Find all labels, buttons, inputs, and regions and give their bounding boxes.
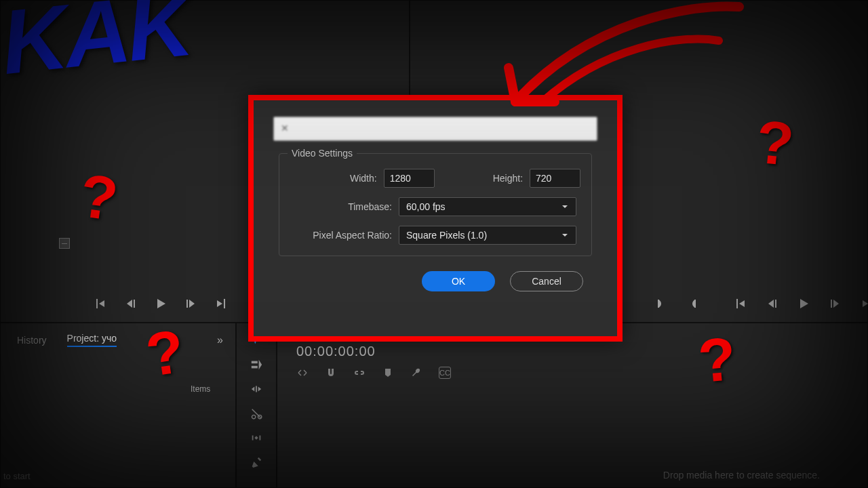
pen-tool-icon[interactable] xyxy=(249,455,264,470)
video-settings-fieldset: Video Settings Width: 1280 Height: 720 T… xyxy=(279,153,592,256)
ok-button[interactable]: OK xyxy=(422,271,495,291)
timebase-select[interactable]: 60,00 fps xyxy=(399,197,576,216)
tab-history[interactable]: History xyxy=(17,335,47,346)
chevron-down-icon xyxy=(561,203,569,211)
video-settings-dialog: ✕ Video Settings Width: 1280 Height: 720… xyxy=(248,95,623,342)
mark-in-icon[interactable] xyxy=(94,296,108,311)
step-fwd-icon[interactable] xyxy=(828,296,842,311)
import-hint: to start xyxy=(3,471,31,481)
par-label: Pixel Aspect Ratio: xyxy=(290,230,392,241)
width-input[interactable]: 1280 xyxy=(384,169,435,188)
width-label: Width: xyxy=(290,173,377,184)
overlay-question-4: ? xyxy=(696,324,739,396)
linked-selection-icon[interactable] xyxy=(353,367,366,379)
mark-in-icon[interactable] xyxy=(654,296,668,311)
safe-margins-icon[interactable] xyxy=(59,238,70,249)
project-pane: History Project: учо » Items to start xyxy=(0,323,236,488)
step-back-icon[interactable] xyxy=(123,296,138,311)
step-back-icon[interactable] xyxy=(766,296,779,311)
overlay-arrow-icon xyxy=(468,0,753,129)
razor-tool-icon[interactable] xyxy=(249,406,264,421)
timebase-value: 60,00 fps xyxy=(406,201,446,212)
svg-rect-4 xyxy=(252,366,258,369)
overlay-question-3: ? xyxy=(753,106,797,180)
items-label: Items xyxy=(191,384,210,394)
workspace: History Project: учо » Items to start 00… xyxy=(0,0,868,488)
track-select-icon[interactable] xyxy=(249,357,264,372)
slip-tool-icon[interactable] xyxy=(249,430,264,445)
par-select[interactable]: Square Pixels (1.0) xyxy=(399,226,576,245)
svg-rect-3 xyxy=(252,361,258,364)
height-label: Height: xyxy=(462,173,523,184)
fieldset-legend: Video Settings xyxy=(288,148,357,159)
project-tabs: History Project: учо xyxy=(17,333,117,347)
wrench-icon[interactable] xyxy=(410,367,422,379)
marker-icon[interactable] xyxy=(382,367,394,379)
timebase-label: Timebase: xyxy=(290,201,392,212)
step-fwd-icon[interactable] xyxy=(183,296,198,311)
magnet-icon[interactable] xyxy=(325,367,337,379)
captions-icon[interactable]: CC xyxy=(439,367,451,379)
play-icon[interactable] xyxy=(153,296,168,311)
panel-menu-icon[interactable]: » xyxy=(217,334,223,346)
goto-out-icon[interactable] xyxy=(859,296,868,311)
tab-project[interactable]: Project: учо xyxy=(67,333,117,347)
timeline-pane: 00:00:00:00 CC Drop media here to create… xyxy=(277,323,868,488)
cancel-button[interactable]: Cancel xyxy=(510,271,583,291)
mark-out-icon[interactable] xyxy=(213,296,228,311)
timecode[interactable]: 00:00:00:00 xyxy=(296,344,376,359)
play-icon[interactable] xyxy=(797,296,810,311)
chevron-down-icon xyxy=(561,231,569,239)
timeline-toolbar: CC xyxy=(296,367,451,379)
height-input[interactable]: 720 xyxy=(530,169,580,188)
tools-panel xyxy=(236,323,277,488)
goto-in-icon[interactable] xyxy=(734,296,748,311)
ripple-edit-icon[interactable] xyxy=(249,382,264,396)
snap-sequence-icon[interactable] xyxy=(296,367,309,379)
timeline-drop-hint: Drop media here to create sequence. xyxy=(663,470,820,481)
mark-out-icon[interactable] xyxy=(686,296,699,311)
par-value: Square Pixels (1.0) xyxy=(406,230,487,241)
